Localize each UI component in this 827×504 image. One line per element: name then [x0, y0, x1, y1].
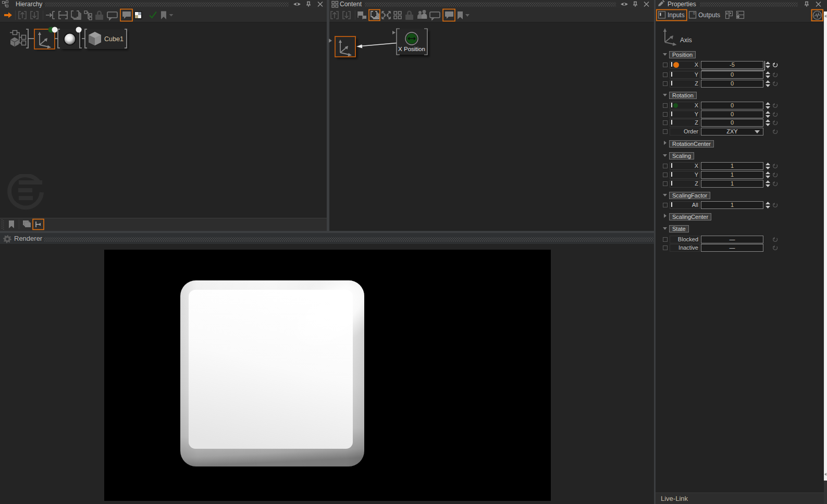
- svg-text:Inputs: Inputs: [668, 11, 685, 19]
- svg-text:0: 0: [693, 11, 695, 15]
- svg-text:Cube1: Cube1: [104, 35, 124, 43]
- svg-text:Outputs: Outputs: [698, 11, 720, 19]
- svg-text:X Position: X Position: [398, 46, 425, 52]
